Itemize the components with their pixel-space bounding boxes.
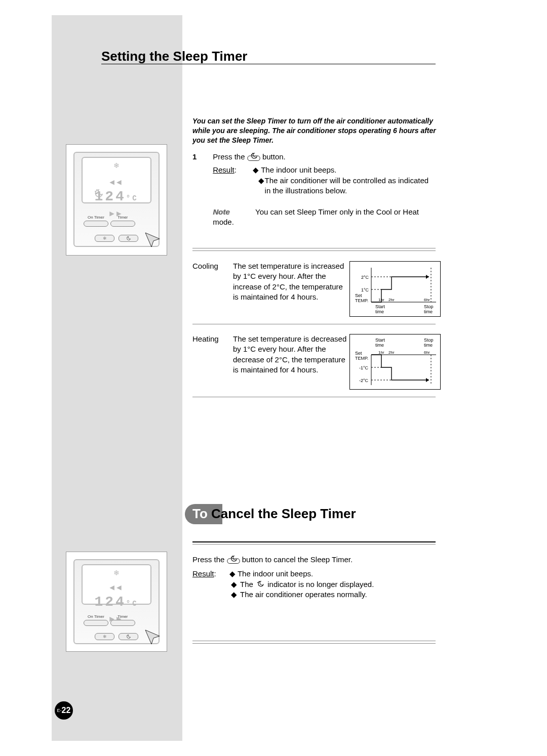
step1-bullet-2: The air conditioner will be controlled a… [265, 176, 436, 196]
svg-marker-43 [145, 630, 160, 644]
svg-text:2hr: 2hr [388, 350, 395, 355]
result-label: Result [213, 165, 235, 174]
svg-text:Start: Start [375, 338, 385, 343]
step1-press-a: Press the [213, 152, 245, 161]
svg-point-6 [251, 154, 252, 155]
manual-page: Setting the Sleep Timer You can set the … [0, 0, 547, 756]
cooling-chart: Set TEMP. 2°C 1°C 1hr 2hr 6hr Start time… [349, 261, 441, 317]
cancel-step: Press the button to cancel the Sleep Tim… [192, 555, 441, 600]
svg-text:1hr: 1hr [378, 298, 384, 302]
sleep-indicator-icon [93, 188, 105, 198]
left-arrow-icon: ◀◀ [109, 178, 123, 187]
turbo-icon: ❄ [103, 634, 107, 639]
svg-marker-11 [426, 275, 429, 279]
svg-marker-4 [145, 233, 160, 247]
timer-label: Timer [110, 215, 135, 220]
snowflake-icon: ❄ [113, 569, 120, 577]
svg-text:Set: Set [355, 351, 362, 356]
cancel-bullet-3: The air conditioner operates normally. [240, 590, 367, 600]
remote-illustration-2: ❄ ◀◀ 124°C ▶▶ On Timer Timer ❄ [66, 552, 167, 652]
page-number-badge: E-22 [55, 701, 73, 720]
svg-point-2 [126, 237, 127, 237]
cancel-bullet-1: The indoor unit beeps. [238, 569, 313, 578]
heating-desc: The set temperature is decreased by 1°C … [233, 334, 349, 390]
remote-lcd-2: ❄ ◀◀ 124°C ▶▶ [82, 564, 151, 605]
remote-button-row: On Timer Timer [84, 215, 149, 227]
timer-button[interactable] [110, 221, 135, 227]
turbo-button[interactable]: ❄ [95, 235, 114, 242]
svg-text:TEMP.: TEMP. [355, 298, 368, 303]
ylabel-set: Set [355, 293, 362, 298]
display-temp-2: 124 [94, 594, 126, 610]
svg-text:2°C: 2°C [361, 275, 369, 280]
step-1: 1 Press the button. Result: ◆ The indoor… [192, 152, 441, 228]
divider [192, 248, 436, 248]
svg-text:time: time [424, 343, 433, 348]
cancel-press-b: button to cancel the Sleep Timer. [242, 555, 353, 564]
svg-text:time: time [375, 309, 384, 314]
title-rule [101, 64, 436, 64]
divider [192, 641, 436, 641]
heating-chart: Start time Stop time 1hr 2hr 6hr Set TEM… [349, 334, 441, 390]
result-label-2: Result [192, 569, 214, 578]
svg-point-0 [95, 191, 96, 192]
intro-text: You can set the Sleep Timer to turn off … [192, 116, 441, 145]
svg-text:2hr: 2hr [388, 298, 395, 302]
temp-unit: °C [126, 194, 139, 202]
sleep-indicator-inline-icon [255, 580, 265, 587]
heating-label: Heating [192, 334, 233, 390]
moon-icon [125, 634, 132, 639]
svg-point-47 [257, 582, 258, 583]
svg-text:-1°C: -1°C [359, 365, 369, 370]
timer-button[interactable] [110, 620, 135, 626]
section-title-cancel: To Cancel the Sleep Timer [192, 506, 356, 522]
svg-marker-35 [426, 378, 429, 382]
on-timer-button[interactable] [84, 221, 108, 227]
title2-rule [192, 541, 436, 544]
svg-text:time: time [375, 343, 384, 348]
svg-text:TEMP.: TEMP. [355, 356, 368, 361]
heating-row: Heating The set temperature is decreased… [192, 334, 441, 390]
svg-point-45 [230, 557, 231, 558]
cooling-label: Cooling [192, 261, 233, 317]
moon-icon [125, 236, 132, 241]
svg-point-7 [252, 153, 253, 154]
turbo-icon: ❄ [103, 236, 107, 241]
cancel-bullet-2b: indicator is no longer displayed. [267, 580, 374, 589]
sleep-button[interactable] [119, 235, 138, 242]
svg-text:Start: Start [375, 304, 385, 309]
remote-lcd: ❄ ◀◀ 124°C ▶▶ [82, 157, 151, 203]
svg-text:-2°C: -2°C [359, 378, 369, 383]
svg-text:time: time [424, 309, 433, 314]
turbo-button[interactable]: ❄ [95, 633, 114, 640]
remote-illustration-1: ❄ ◀◀ 124°C ▶▶ On Timer Timer ❄ [66, 144, 167, 256]
cancel-press-a: Press the [192, 555, 224, 564]
left-arrow-icon: ◀◀ [109, 583, 123, 593]
snowflake-icon: ❄ [113, 161, 120, 170]
cursor-arrow-icon [144, 629, 162, 646]
sleep-button[interactable] [119, 633, 138, 640]
divider [192, 324, 436, 324]
cancel-bullet-2a: The [240, 580, 253, 589]
svg-point-42 [127, 635, 128, 635]
svg-point-46 [232, 556, 233, 557]
svg-text:6hr: 6hr [424, 298, 430, 302]
svg-text:6hr: 6hr [424, 350, 430, 355]
svg-text:Stop: Stop [424, 304, 434, 309]
cooling-desc: The set temperature is increased by 1°C … [233, 261, 349, 317]
step1-press-b: button. [262, 152, 286, 161]
sleep-button-icon [227, 555, 240, 564]
svg-point-1 [96, 189, 97, 190]
divider [192, 250, 436, 251]
step1-bullet-1: The indoor unit beeps. [261, 165, 336, 174]
note-label: Note [213, 207, 253, 217]
divider [192, 397, 436, 397]
svg-text:1hr: 1hr [378, 350, 384, 355]
divider [192, 643, 436, 644]
section-title-setting: Setting the Sleep Timer [101, 49, 247, 64]
svg-point-48 [259, 581, 260, 582]
svg-text:1°C: 1°C [361, 287, 369, 292]
svg-point-41 [126, 635, 127, 636]
on-timer-button[interactable] [84, 620, 108, 626]
sleep-button-icon [247, 152, 260, 161]
